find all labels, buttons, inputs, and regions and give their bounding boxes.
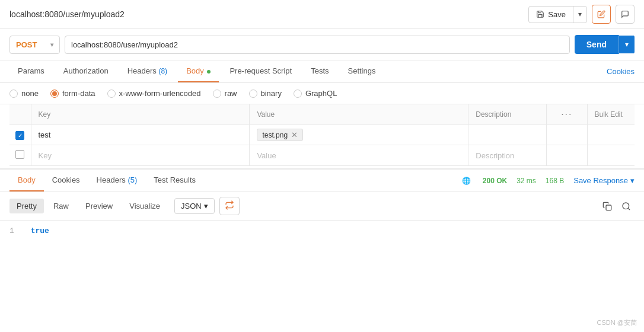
svg-point-1 [623,203,629,209]
resp-headers-label: Headers [97,175,126,184]
row-desc-cell [468,125,547,145]
empty-row-checkbox[interactable] [15,150,24,159]
more-icon[interactable]: ··· [554,104,579,124]
response-tabs-bar: Body Cookies Headers (5) Test Results 🌐 … [0,170,644,192]
tab-settings[interactable]: Settings [340,60,384,82]
tab-tests[interactable]: Tests [302,60,337,82]
empty-key-placeholder: Key [31,146,59,165]
file-tag-name: test.png [262,131,288,139]
resp-tab-test-results[interactable]: Test Results [145,170,204,191]
th-value: Value [250,104,468,125]
radio-none[interactable] [9,90,18,98]
method-select[interactable]: POST ▾ [9,36,60,54]
empty-key-cell[interactable]: Key [31,145,250,166]
resp-headers-badge: (5) [127,175,137,184]
row-key-value: test [31,125,58,145]
tab-prerequest[interactable]: Pre-request Script [221,60,300,82]
empty-desc-placeholder: Description [468,146,521,165]
search-button[interactable] [618,198,635,215]
page-title: localhost:8080/user/myupload2 [9,9,125,19]
row-key-cell: test [31,125,250,145]
body-type-form-data[interactable]: form-data [50,89,95,98]
send-button-group[interactable]: Send ▾ [575,35,635,54]
row-value-cell: test.png ✕ [250,125,468,145]
comment-icon-button[interactable] [616,5,635,24]
body-type-urlencoded[interactable]: x-www-form-urlencoded [107,89,201,98]
format-select-chevron: ▾ [204,202,208,210]
send-button[interactable]: Send [575,35,619,54]
row-checkbox-cell[interactable] [9,125,31,145]
row-bulk-cell [587,125,635,145]
copy-button[interactable] [599,198,616,215]
response-section: Body Cookies Headers (5) Test Results 🌐 … [0,168,644,241]
save-response-button[interactable]: Save Response ▾ [573,176,635,185]
empty-desc-cell[interactable]: Description [468,145,547,166]
format-tab-preview[interactable]: Preview [78,199,120,213]
form-table: Key Value Description ··· Bulk Edit test… [9,104,635,166]
radio-graphql[interactable] [294,90,302,98]
svg-rect-0 [606,205,611,210]
row-more-cell [547,125,587,145]
th-checkbox [9,104,31,125]
tab-authorization[interactable]: Authorization [55,60,117,82]
format-select-value: JSON [181,202,202,210]
th-bulk-edit[interactable]: Bulk Edit [587,104,635,125]
body-label: Body [186,66,204,75]
tab-params[interactable]: Params [9,60,53,82]
th-key: Key [31,104,250,125]
wrap-icon [225,200,234,210]
body-type-binary[interactable]: binary [249,89,282,98]
file-tag-remove[interactable]: ✕ [291,130,298,139]
empty-checkbox-cell[interactable] [9,145,31,166]
edit-icon [597,10,605,18]
tab-body[interactable]: Body [178,60,219,82]
wrap-button[interactable] [219,197,240,215]
empty-value-placeholder: Value [250,146,283,165]
search-icon [621,202,631,211]
empty-value-cell[interactable]: Value [250,145,468,166]
th-description: Description [468,104,547,125]
body-dot [207,70,211,74]
save-dropdown-button[interactable]: ▾ [573,7,586,22]
radio-form-data[interactable] [50,90,59,98]
save-icon [536,10,544,18]
status-code: 200 OK [483,177,507,185]
resp-tab-body[interactable]: Body [9,170,44,191]
headers-label: Headers [127,66,157,75]
send-dropdown-button[interactable]: ▾ [619,36,635,53]
radio-binary[interactable] [249,90,257,98]
resp-tab-headers[interactable]: Headers (5) [88,170,146,191]
format-tab-raw[interactable]: Raw [46,199,76,213]
format-tab-visualize[interactable]: Visualize [122,199,167,213]
row-checkbox[interactable] [15,131,24,140]
body-type-none[interactable]: none [9,89,39,98]
form-table-wrapper: Key Value Description ··· Bulk Edit test… [0,104,644,166]
url-input[interactable] [65,36,570,54]
table-row: test test.png ✕ [9,125,635,145]
save-button-group[interactable]: Save ▾ [528,6,587,23]
cookies-link[interactable]: Cookies [607,61,635,82]
radio-raw[interactable] [213,90,221,98]
tab-headers[interactable]: Headers (8) [119,60,176,82]
body-type-graphql[interactable]: GraphQL [294,89,337,98]
top-bar-actions: Save ▾ [528,5,635,24]
comment-icon [621,10,629,18]
response-format-bar: Pretty Raw Preview Visualize JSON ▾ [0,192,644,221]
body-type-options: none form-data x-www-form-urlencoded raw… [0,83,644,104]
body-type-raw[interactable]: raw [213,89,237,98]
response-body: 1 true [0,221,644,241]
status-size: 168 B [546,177,564,185]
save-button[interactable]: Save [529,7,573,23]
top-bar: localhost:8080/user/myupload2 Save ▾ [0,0,644,29]
format-select[interactable]: JSON ▾ [174,198,215,214]
svg-line-2 [628,208,630,210]
status-time: 32 ms [517,177,536,185]
copy-icon [602,202,612,211]
request-tabs: Params Authorization Headers (8) Body Pr… [0,60,644,83]
radio-urlencoded[interactable] [107,90,116,98]
format-tab-pretty[interactable]: Pretty [9,199,44,213]
resp-tab-cookies[interactable]: Cookies [44,170,88,191]
watermark: CSDN @安茼 [597,318,637,327]
edit-icon-button[interactable] [592,5,611,24]
th-more: ··· [547,104,587,125]
